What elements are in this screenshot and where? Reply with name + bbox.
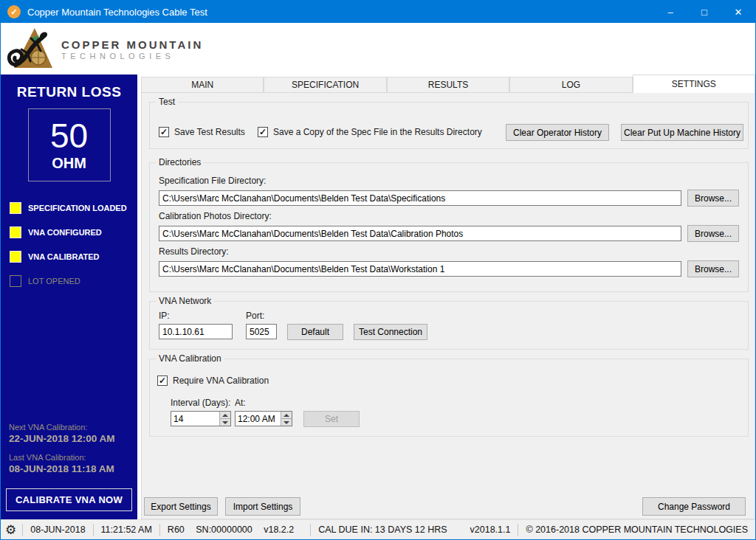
export-settings-button[interactable]: Export Settings (144, 497, 218, 516)
status-lot-opened: LOT OPENED (10, 274, 137, 287)
set-button[interactable]: Set (303, 411, 360, 427)
save-test-results-checkbox[interactable]: Save Test Results (159, 127, 245, 137)
browse-button[interactable]: Browse... (687, 260, 739, 277)
checkbox-checked-icon (159, 127, 169, 137)
status-time: 11:21:52 AM (94, 525, 159, 535)
ip-input[interactable] (159, 324, 233, 339)
results-directory-input[interactable] (159, 261, 681, 277)
spin-up-icon[interactable] (220, 412, 230, 418)
content-area: MAIN SPECIFICATION RESULTS LOG SETTINGS … (141, 75, 755, 519)
status-vna-configured: VNA CONFIGURED (10, 226, 137, 238)
save-spec-copy-checkbox[interactable]: Save a Copy of the Spec File in the Resu… (258, 127, 482, 137)
status-bar: ⚙ 08-JUN-2018 11:21:52 AM R60 SN:0000000… (1, 519, 755, 539)
status-indicator-icon (10, 275, 21, 287)
calibrate-vna-now-button[interactable]: CALIBRATE VNA NOW (6, 488, 132, 511)
interval-days-input[interactable] (171, 412, 219, 426)
status-indicator-icon (10, 226, 21, 238)
results-directory-label: Results Directory: (159, 246, 229, 257)
tab-specification[interactable]: SPECIFICATION (264, 77, 386, 92)
vna-calibration-group: VNA Calibration Require VNA Calibration … (149, 359, 749, 437)
tab-settings[interactable]: SETTINGS (633, 75, 755, 93)
import-settings-button[interactable]: Import Settings (225, 497, 300, 516)
logo-band: COPPER MOUNTAIN TECHNOLOGIES (1, 23, 755, 75)
status-vna-calibrated: VNA CALIBRATED (10, 250, 137, 263)
checkbox-checked-icon (157, 375, 168, 386)
last-cal-value: 08-JUN-2018 11:18 AM (9, 463, 115, 474)
default-button[interactable]: Default (287, 324, 343, 340)
status-cal-due: CAL DUE IN: 13 DAYS 12 HRS (311, 525, 454, 535)
interval-days-label: Interval (Days): (171, 398, 230, 408)
tab-results[interactable]: RESULTS (387, 77, 509, 92)
specification-directory-label: Specification File Directory: (159, 176, 266, 186)
spin-down-icon[interactable] (281, 418, 292, 426)
impedance-value: 50 (50, 119, 88, 153)
copper-mountain-gecko-logo-icon (5, 27, 54, 72)
close-icon[interactable]: ✕ (721, 1, 755, 23)
port-input[interactable] (246, 324, 277, 339)
tab-bar: MAIN SPECIFICATION RESULTS LOG SETTINGS (141, 75, 755, 92)
test-group: Test Save Test Results Save a Copy of th… (149, 102, 749, 149)
last-cal-label: Last VNA Calibration: (9, 453, 115, 462)
status-specification-loaded: SPECIFICATION LOADED (10, 201, 137, 214)
interval-days-stepper[interactable] (171, 411, 231, 426)
status-device-info: R60 SN:00000000 v18.2.2 (160, 525, 310, 535)
status-indicator-icon (10, 251, 21, 263)
vna-calibration-group-title: VNA Calibration (156, 353, 224, 364)
logo-subtitle: TECHNOLOGIES (61, 52, 203, 60)
vna-network-group: VNA Network IP: Port: Default Test Conne… (149, 301, 749, 350)
browse-button[interactable]: Browse... (687, 225, 739, 242)
require-vna-calibration-checkbox[interactable]: Require VNA Calibration (157, 375, 269, 386)
app-window: ✓ Copper Mountain Technologies Cable Tes… (0, 0, 756, 540)
logo-title: COPPER MOUNTAIN (61, 38, 203, 51)
titlebar: ✓ Copper Mountain Technologies Cable Tes… (1, 1, 755, 23)
change-password-button[interactable]: Change Password (642, 497, 746, 516)
tab-main[interactable]: MAIN (141, 77, 264, 92)
copyright-text: © 2016-2018 COPPER MOUNTAIN TECHNOLOGIES (518, 525, 755, 535)
spin-up-icon[interactable] (281, 412, 292, 418)
device-model: R60 (168, 525, 185, 535)
directories-group-title: Directories (156, 157, 204, 167)
sidebar: RETURN LOSS 50 OHM SPECIFICATION LOADED … (1, 75, 137, 519)
at-time-stepper[interactable] (235, 411, 292, 426)
clear-operator-history-button[interactable]: Clear Operator History (506, 124, 609, 141)
checkbox-checked-icon (258, 127, 268, 137)
stepper-buttons (281, 412, 292, 426)
clear-put-up-machine-history-button[interactable]: Clear Put Up Machine History (621, 124, 743, 141)
status-list: SPECIFICATION LOADED VNA CONFIGURED VNA … (10, 201, 137, 287)
logo-text: COPPER MOUNTAIN TECHNOLOGIES (61, 38, 203, 60)
minimize-icon[interactable]: – (653, 1, 687, 23)
window-title: Copper Mountain Technologies Cable Test (27, 7, 207, 18)
main-area: RETURN LOSS 50 OHM SPECIFICATION LOADED … (1, 75, 755, 519)
ip-label: IP: (159, 311, 170, 321)
impedance-display: 50 OHM (28, 108, 111, 181)
calibration-info: Next VNA Calibration: 22-JUN-2018 12:00 … (9, 423, 115, 483)
device-firmware: v18.2.2 (264, 525, 294, 535)
at-label: At: (235, 398, 246, 408)
statusbar-right: v2018.1.1 © 2016-2018 COPPER MOUNTAIN TE… (463, 520, 755, 539)
at-time-input[interactable] (236, 412, 281, 426)
status-indicator-icon (10, 202, 21, 214)
vna-network-group-title: VNA Network (156, 296, 214, 306)
app-version: v2018.1.1 (463, 525, 518, 535)
gear-icon[interactable]: ⚙ (1, 522, 22, 538)
tab-log[interactable]: LOG (509, 77, 632, 92)
maximize-icon[interactable]: □ (687, 1, 721, 23)
test-connection-button[interactable]: Test Connection (354, 324, 427, 340)
port-label: Port: (246, 311, 264, 321)
impedance-title: RETURN LOSS (1, 84, 137, 100)
browse-button[interactable]: Browse... (687, 190, 739, 207)
specification-directory-input[interactable] (159, 190, 681, 206)
window-controls: – □ ✕ (653, 1, 755, 23)
status-date: 08-JUN-2018 (23, 525, 92, 535)
directories-group: Directories Specification File Directory… (149, 162, 749, 292)
settings-panel: Test Save Test Results Save a Copy of th… (141, 92, 755, 519)
app-check-icon: ✓ (7, 5, 21, 18)
impedance-unit: OHM (52, 155, 86, 172)
test-group-title: Test (156, 97, 178, 107)
next-cal-value: 22-JUN-2018 12:00 AM (9, 433, 115, 444)
calibration-photos-directory-label: Calibration Photos Directory: (159, 211, 272, 221)
spin-down-icon[interactable] (220, 418, 230, 426)
calibration-photos-directory-input[interactable] (159, 226, 681, 241)
next-cal-label: Next VNA Calibration: (9, 423, 115, 432)
stepper-buttons (219, 412, 230, 426)
